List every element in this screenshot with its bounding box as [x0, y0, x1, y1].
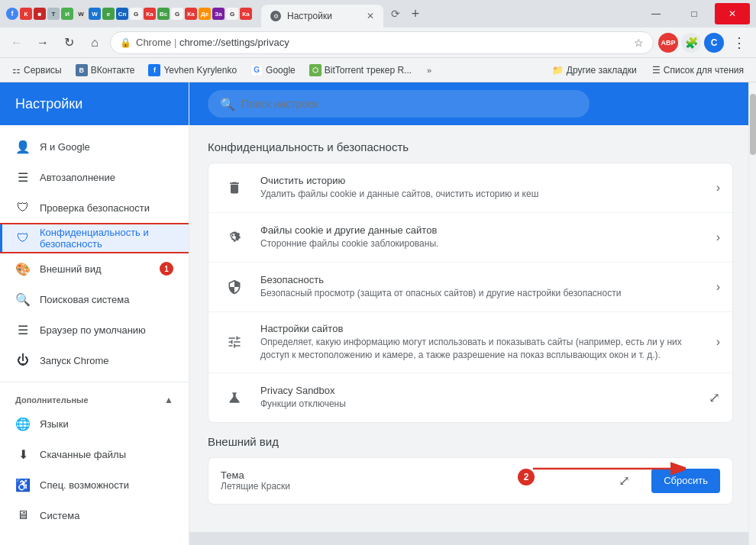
nav-bar: ← → ↻ ⌂ 🔒 Chrome | chrome://settings/pri…	[0, 27, 756, 58]
bookmark-yk[interactable]: f Yevhen Kyrylenko	[142, 61, 243, 79]
bookmark-bittorrent-label: BitTorrent трекер R...	[325, 65, 412, 76]
tab-close-icon[interactable]: ✕	[367, 11, 374, 21]
settings-search-bar: 🔍	[189, 82, 748, 125]
sidebar-item-accessibility[interactable]: ♿ Спец. возможности	[0, 469, 189, 500]
bookmark-services[interactable]: ⚏ Сервисы	[6, 61, 68, 79]
tab-settings-icon: ⚙	[270, 11, 281, 21]
content-area: Настройки 🔍 👤 Я и Google ☰ Автозаполн	[0, 82, 756, 545]
favicon-t: Т	[47, 8, 60, 20]
sidebar-item-startup[interactable]: ⏻ Запуск Chrome	[0, 345, 189, 376]
section2-title: Внешний вид	[208, 435, 733, 448]
sidebar-item-privacy[interactable]: 🛡 Конфиденциальность и безопасность	[0, 223, 189, 253]
advanced-label: Дополнительные	[15, 395, 89, 405]
favicon-g1: G	[130, 8, 142, 20]
theme-external-icon[interactable]: ⤢	[619, 472, 630, 489]
sidebar-item-security-check[interactable]: 🛡 Проверка безопасности	[0, 192, 189, 223]
sidebar-item-autofill[interactable]: ☰ Автозаполнение	[0, 162, 189, 192]
sidebar-autofill-label: Автозаполнение	[40, 172, 173, 183]
accessibility-icon: ♿	[15, 477, 31, 492]
security-check-icon: 🛡	[15, 200, 31, 215]
cookies-icon	[221, 224, 248, 251]
main-scroll-area: Конфиденциальность и безопасность Очисти…	[189, 125, 748, 545]
folder-icon: 📁	[552, 65, 564, 76]
menu-button[interactable]: ⋮	[729, 32, 750, 53]
ext-adblock-icon[interactable]: ABP	[658, 33, 678, 53]
clear-history-row[interactable]: Очистить историю Удалить файлы cookie и …	[208, 163, 732, 213]
site-settings-text: Настройки сайтов Определяет, какую инфор…	[260, 323, 704, 362]
bookmark-vk-label: ВКонтакте	[91, 65, 135, 76]
sidebar-privacy-label: Конфиденциальность и безопасность	[40, 227, 173, 250]
section1-title: Конфиденциальность и безопасность	[208, 140, 733, 153]
close-button[interactable]: ✕	[715, 3, 750, 24]
address-path: chrome://settings/privacy	[179, 37, 289, 48]
favicon-w: W	[75, 8, 87, 20]
bookmark-google[interactable]: G Google	[244, 61, 302, 79]
favicon-sp: Сп	[116, 8, 128, 20]
bookmarks-more-button[interactable]: »	[422, 66, 436, 75]
favicon-g3: G	[226, 8, 238, 20]
privacy-sandbox-external-icon[interactable]: ⤢	[709, 389, 720, 406]
title-bar: f К ■ Т И W W е Сп G Ка Вс G Ка Де За G …	[0, 0, 756, 27]
cookies-desc: Сторонние файлы cookie заблокированы.	[260, 237, 704, 250]
theme-desc: Летящие Краски	[221, 481, 606, 492]
sidebar-item-downloads[interactable]: ⬇ Скачанные файлы	[0, 439, 189, 469]
other-bookmarks-label: Другие закладки	[567, 65, 637, 76]
active-tab[interactable]: ⚙ Настройки ✕	[261, 5, 383, 27]
sidebar-item-browser[interactable]: ☰ Браузер по умолчанию	[0, 314, 189, 345]
fb-icon: f	[148, 64, 160, 76]
minimize-button[interactable]: —	[638, 3, 674, 24]
vk-icon: В	[76, 64, 88, 76]
bookmark-vk[interactable]: В ВКонтакте	[69, 61, 141, 79]
privacy-security-card: Очистить историю Удалить файлы cookie и …	[208, 163, 733, 423]
scrollbar-thumb[interactable]	[750, 94, 756, 155]
sidebar-browser-label: Браузер по умолчанию	[40, 324, 173, 336]
home-button[interactable]: ⌂	[84, 32, 105, 53]
sidebar-item-me-google[interactable]: 👤 Я и Google	[0, 131, 189, 162]
bookmarks-right: 📁 Другие закладки ☰ Список для чтения	[546, 61, 750, 79]
sidebar-item-appearance[interactable]: 🎨 Внешний вид 1	[0, 253, 189, 284]
site-settings-row[interactable]: Настройки сайтов Определяет, какую инфор…	[208, 312, 732, 373]
sidebar-item-system[interactable]: 🖥 Система	[0, 500, 189, 530]
clear-history-desc: Удалить файлы cookie и данные сайтов, оч…	[260, 188, 704, 201]
maximize-button[interactable]: □	[677, 3, 712, 24]
forward-button[interactable]: →	[32, 32, 53, 53]
tab-favicon-icon: f	[6, 8, 18, 20]
site-settings-title: Настройки сайтов	[260, 323, 704, 334]
sidebar-startup-label: Запуск Chrome	[40, 355, 173, 366]
privacy-sandbox-desc: Функции отключены	[260, 398, 696, 411]
startup-icon: ⏻	[15, 353, 31, 368]
clear-history-title: Очистить историю	[260, 175, 704, 186]
back-button[interactable]: ←	[6, 32, 27, 53]
safety-row[interactable]: Безопасность Безопасный просмотр (защита…	[208, 263, 732, 312]
tab-label: Настройки	[287, 11, 360, 21]
address-bar[interactable]: 🔒 Chrome | chrome://settings/privacy ☆	[110, 31, 654, 54]
address-lock-icon: 🔒	[120, 37, 131, 48]
refresh-button[interactable]: ↻	[58, 32, 79, 53]
reset-button[interactable]: Сбросить	[651, 469, 720, 493]
safety-desc: Безопасный просмотр (защита от опасных с…	[260, 287, 704, 300]
search-engine-icon: 🔍	[15, 292, 31, 307]
search-container[interactable]: 🔍	[208, 90, 590, 118]
profile-avatar[interactable]: C	[704, 33, 724, 53]
site-settings-icon	[221, 328, 248, 356]
ext-puzzle-icon[interactable]: 🧩	[681, 33, 701, 53]
favicon-za: За	[212, 8, 225, 20]
scrollbar[interactable]	[748, 82, 756, 545]
advanced-collapse-icon[interactable]: ▲	[164, 395, 173, 405]
new-tab-button[interactable]: +	[405, 3, 426, 24]
privacy-sandbox-row[interactable]: Privacy Sandbox Функции отключены ⤢	[208, 373, 732, 422]
sidebar-security-label: Проверка безопасности	[40, 202, 173, 214]
address-star-icon[interactable]: ☆	[634, 37, 644, 49]
reading-list[interactable]: ☰ Список для чтения	[646, 61, 750, 79]
sidebar-item-languages[interactable]: 🌐 Языки	[0, 408, 189, 439]
bookmark-bittorrent[interactable]: ⬡ BitTorrent трекер R...	[303, 61, 418, 79]
sidebar-me-google-label: Я и Google	[40, 141, 173, 153]
cookies-row[interactable]: Файлы cookie и другие данные сайтов Стор…	[208, 213, 732, 263]
sidebar-item-search[interactable]: 🔍 Поисковая система	[0, 284, 189, 314]
bookmark-services-label: Сервисы	[24, 65, 62, 76]
sidebar-search-label: Поисковая система	[40, 294, 173, 305]
svg-point-0	[231, 234, 234, 237]
other-bookmarks[interactable]: 📁 Другие закладки	[546, 61, 643, 79]
cookies-title: Файлы cookie и другие данные сайтов	[260, 224, 704, 236]
settings-search-input[interactable]	[241, 98, 577, 110]
